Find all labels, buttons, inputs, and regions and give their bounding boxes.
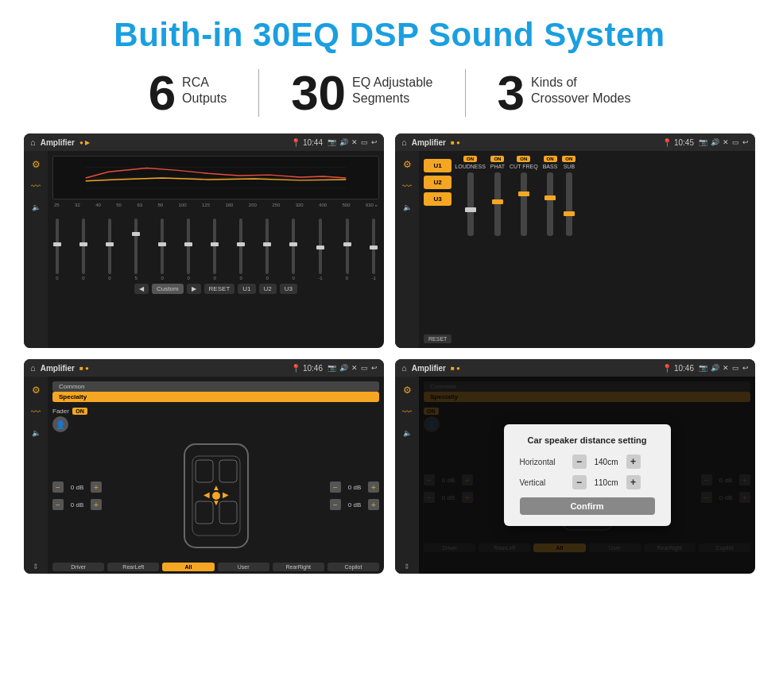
eq-icon-s3[interactable]: ⚙: [32, 385, 41, 396]
u2-button-eq[interactable]: U2: [259, 284, 277, 294]
camera-icon-s1: 📷: [327, 138, 336, 146]
db-plus-br[interactable]: +: [368, 499, 379, 510]
wave-icon-s2[interactable]: 〰: [402, 181, 412, 192]
db-minus-tr[interactable]: −: [330, 481, 341, 493]
slider-track-10[interactable]: [292, 219, 295, 274]
btn-copilot-s3[interactable]: Copilot: [327, 563, 379, 571]
svg-text:▲: ▲: [212, 483, 220, 492]
btn-driver-s3[interactable]: Driver: [52, 563, 104, 571]
volume-icon-s3: 🔊: [339, 364, 348, 372]
home-icon-s3[interactable]: ⌂: [30, 363, 36, 373]
volume-icon-s4: 🔊: [711, 364, 719, 372]
db-minus-tl[interactable]: −: [52, 481, 64, 493]
arrows-icon-s4[interactable]: ⇕: [404, 563, 410, 570]
eq-label-200: 200: [249, 203, 257, 207]
prev-button[interactable]: ◀: [134, 284, 149, 294]
home-icon-s1[interactable]: ⌂: [30, 137, 36, 147]
slider-track-1[interactable]: [56, 219, 59, 274]
dialog-horizontal-plus[interactable]: +: [626, 454, 641, 469]
db-value-bl: 0 dB: [66, 501, 88, 509]
slider-track-9[interactable]: [265, 219, 269, 274]
screen3-time: 📍 10:46: [291, 364, 323, 373]
slider-track-7[interactable]: [213, 219, 216, 274]
wave-icon-s3[interactable]: 〰: [31, 407, 41, 418]
slider-track-8[interactable]: [239, 219, 242, 274]
speaker-icon-s3[interactable]: 🔈: [32, 429, 41, 437]
db-plus-tl[interactable]: +: [91, 481, 102, 493]
sp-right-controls: − 0 dB + − 0 dB +: [330, 432, 379, 559]
dialog-title: Car speaker distance setting: [520, 435, 655, 445]
btn-rearright-s3[interactable]: RearRight: [273, 563, 324, 571]
slider-col-7: 0: [213, 219, 216, 280]
close-icon-s1: ✕: [351, 138, 358, 146]
slider-track-2[interactable]: [82, 219, 85, 274]
screens-grid: ⌂ Amplifier ● ▶ 📍 10:44 📷 🔊 ✕ ▭ ↩ ⚙ 〰 🔈: [24, 133, 755, 574]
slider-col-8: 0: [239, 219, 242, 280]
slider-track-12[interactable]: [346, 219, 349, 274]
tab-common-s3[interactable]: Common: [52, 381, 379, 392]
slider-col-2: 0: [82, 219, 85, 280]
slider-track-13[interactable]: [372, 219, 375, 274]
slider-bass[interactable]: [547, 172, 553, 236]
eq-icon-s4[interactable]: ⚙: [403, 385, 412, 396]
db-minus-br[interactable]: −: [330, 499, 341, 510]
eq-label-160: 160: [225, 203, 233, 207]
speaker-icon-s2[interactable]: 🔈: [403, 203, 412, 211]
u1-button-eq[interactable]: U1: [238, 284, 255, 294]
dialog-horizontal-minus[interactable]: −: [572, 454, 587, 469]
wave-icon-s4[interactable]: 〰: [402, 407, 412, 418]
eq-icon-s1[interactable]: ⚙: [32, 159, 41, 170]
home-icon-s2[interactable]: ⌂: [401, 137, 407, 147]
preset-u1[interactable]: U1: [424, 159, 452, 172]
slider-track-3[interactable]: [108, 219, 111, 274]
speaker-icon-s4[interactable]: 🔈: [403, 429, 412, 437]
arrows-icon-s3[interactable]: ⇕: [33, 563, 39, 570]
db-plus-bl[interactable]: +: [91, 499, 102, 510]
preset-u2[interactable]: U2: [424, 176, 452, 189]
tab-specialty-s3[interactable]: Specialty: [52, 392, 379, 402]
db-minus-bl[interactable]: −: [52, 499, 64, 510]
reset-btn-amp[interactable]: RESET: [424, 335, 452, 343]
slider-track-5[interactable]: [161, 219, 164, 274]
close-icon-s2: ✕: [723, 138, 729, 146]
btn-rearleft-s3[interactable]: RearLeft: [107, 563, 159, 571]
eq-graph: [52, 156, 379, 199]
u3-button-eq[interactable]: U3: [280, 284, 297, 294]
slider-track-6[interactable]: [187, 219, 190, 274]
person-icon-s3[interactable]: 👤: [52, 416, 68, 432]
preset-u3[interactable]: U3: [424, 192, 452, 206]
screen1-time: 📍 10:44: [291, 138, 323, 147]
db-control-br: − 0 dB +: [330, 499, 379, 510]
slider-phat[interactable]: [494, 172, 501, 236]
eq-label-400: 400: [319, 203, 327, 207]
screen-dialog: ⌂ Amplifier ■ ● 📍 10:46 📷 🔊 ✕ ▭ ↩ ⚙ 〰 🔈 …: [395, 359, 755, 574]
db-plus-tr[interactable]: +: [368, 481, 379, 493]
slider-track-4[interactable]: [134, 219, 138, 274]
home-icon-s4[interactable]: ⌂: [401, 363, 407, 373]
eq-label-250: 250: [272, 203, 280, 207]
screen1-dots: ● ▶: [79, 139, 90, 146]
wave-icon-s1[interactable]: 〰: [31, 181, 41, 192]
eq-label-630: 630 »: [366, 203, 378, 207]
eq-icon-s2[interactable]: ⚙: [403, 159, 412, 170]
camera-icon-s2: 📷: [699, 138, 707, 146]
custom-button[interactable]: Custom: [152, 284, 184, 294]
confirm-button[interactable]: Confirm: [520, 497, 655, 515]
dialog-vertical-minus[interactable]: −: [572, 475, 587, 489]
reset-button-eq[interactable]: RESET: [204, 284, 235, 294]
screen4-sidebar: ⚙ 〰 🔈 ⇕: [395, 377, 419, 574]
screen1-sidebar: ⚙ 〰 🔈: [24, 151, 48, 348]
btn-all-s3[interactable]: All: [162, 563, 214, 571]
slider-loudness[interactable]: [467, 172, 474, 236]
dialog-box: Car speaker distance setting Horizontal …: [504, 424, 671, 526]
db-value-tl: 0 dB: [66, 484, 88, 491]
slider-sub[interactable]: [566, 172, 572, 236]
play-button[interactable]: ▶: [187, 284, 201, 294]
btn-user-s3[interactable]: User: [218, 563, 269, 571]
stat-text-crossover: Kinds ofCrossover Modes: [531, 68, 630, 106]
slider-cutfreq[interactable]: [521, 172, 527, 236]
dialog-vertical-plus[interactable]: +: [626, 475, 641, 489]
speaker-icon-s1[interactable]: 🔈: [32, 203, 41, 211]
screen1-topbar: ⌂ Amplifier ● ▶ 📍 10:44 📷 🔊 ✕ ▭ ↩: [24, 133, 384, 151]
slider-track-11[interactable]: [319, 219, 322, 274]
